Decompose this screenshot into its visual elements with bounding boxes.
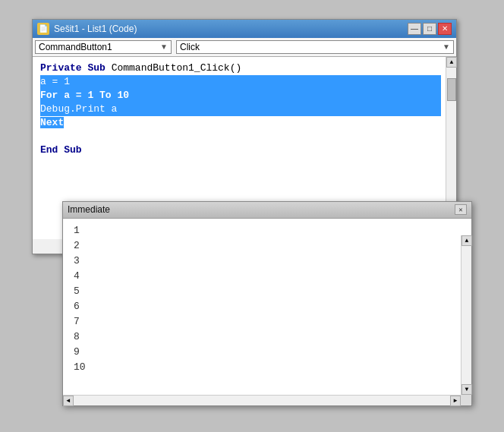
event-dropdown[interactable]: Click ▼	[176, 40, 454, 54]
commandbutton-dropdown[interactable]: CommandButton1 ▼	[35, 40, 172, 54]
imm-scroll-right[interactable]: ►	[450, 396, 461, 406]
output-8: 8	[74, 330, 86, 345]
window-icon: 📄	[37, 23, 49, 35]
code-line-3: For a = 1 To 10	[40, 89, 441, 102]
imm-scroll-down[interactable]: ▼	[461, 384, 472, 395]
h-scroll-track[interactable]	[74, 396, 450, 405]
immediate-title-text: Immediate	[68, 204, 110, 215]
title-controls: — □ ✕	[408, 23, 452, 35]
output-1: 1	[74, 223, 86, 238]
close-button[interactable]: ✕	[438, 23, 452, 35]
window-container: 📄 Sešit1 - List1 (Code) — □ ✕ CommandBut…	[32, 19, 472, 414]
code-line-1: Private Sub CommandButton1_Click()	[40, 61, 441, 75]
code-line-6	[40, 130, 441, 143]
output-7: 7	[74, 314, 86, 330]
title-bar-left: 📄 Sešit1 - List1 (Code)	[37, 23, 137, 35]
output-5: 5	[74, 284, 86, 299]
immediate-scrollbar-v[interactable]: ▲ ▼	[461, 235, 471, 395]
immediate-scrollbar-h[interactable]: ◄ ►	[63, 395, 461, 405]
code-line-2: a = 1	[40, 75, 441, 89]
output-6: 6	[74, 299, 86, 314]
immediate-window: Immediate ✕ 1 2 3 4 5 6 7 8 9 10 ▲ ▼	[62, 201, 472, 406]
output-3: 3	[74, 254, 86, 269]
toolbar-row: CommandButton1 ▼ Click ▼	[33, 38, 456, 57]
code-line-4: Debug.Print a	[40, 102, 441, 116]
commandbutton-arrow: ▼	[160, 43, 168, 51]
highlighted-next: Next	[40, 117, 64, 128]
title-bar: 📄 Sešit1 - List1 (Code) — □ ✕	[33, 20, 456, 38]
immediate-content: 1 2 3 4 5 6 7 8 9 10 ▲ ▼ ◄ ►	[63, 219, 471, 405]
event-arrow: ▼	[443, 43, 450, 51]
output-10: 10	[74, 360, 86, 375]
imm-scroll-left[interactable]: ◄	[63, 396, 74, 406]
scroll-corner	[461, 395, 471, 405]
scroll-up-arrow[interactable]: ▲	[446, 57, 457, 68]
code-line-7: End Sub	[40, 143, 441, 157]
imm-scroll-up[interactable]: ▲	[461, 235, 472, 246]
code-line-5: Next	[40, 116, 441, 130]
scroll-thumb[interactable]	[447, 78, 456, 101]
event-label: Click	[180, 42, 200, 52]
commandbutton-label: CommandButton1	[39, 42, 112, 52]
immediate-close-button[interactable]: ✕	[455, 204, 467, 215]
highlighted-debug: Debug.Print a	[40, 102, 441, 116]
minimize-button[interactable]: —	[408, 23, 421, 35]
immediate-output: 1 2 3 4 5 6 7 8 9 10	[63, 219, 101, 405]
output-4: 4	[74, 269, 86, 284]
highlighted-a1: a = 1	[40, 75, 441, 89]
keyword-endsub: End Sub	[40, 144, 82, 156]
output-9: 9	[74, 345, 86, 360]
maximize-button[interactable]: □	[423, 23, 436, 35]
highlighted-for: For a = 1 To 10	[40, 89, 441, 102]
immediate-title-bar: Immediate ✕	[63, 202, 471, 219]
keyword-private: Private Sub	[40, 62, 112, 74]
window-title: Sešit1 - List1 (Code)	[54, 24, 137, 34]
output-2: 2	[74, 238, 86, 254]
